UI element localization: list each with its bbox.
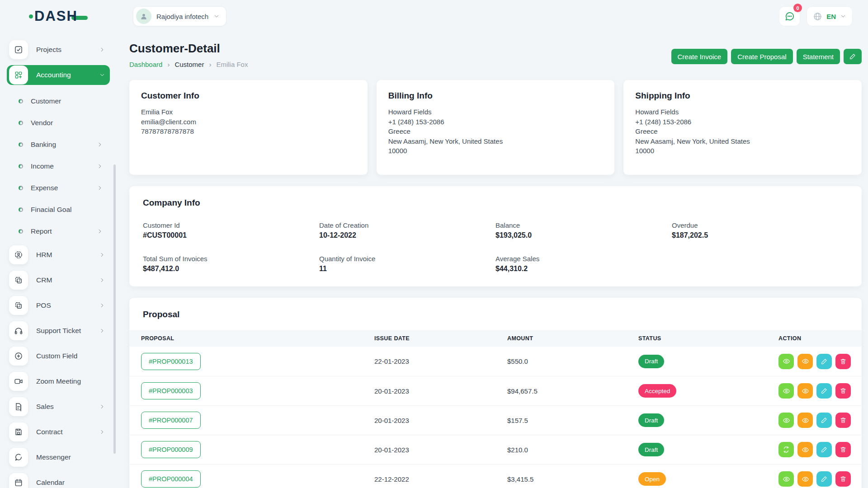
delete-button[interactable] <box>835 413 851 428</box>
view-button[interactable] <box>778 413 794 428</box>
sidebar-subitem-customer[interactable]: Customer <box>0 90 117 112</box>
trash-icon <box>840 475 847 483</box>
delete-button[interactable] <box>835 354 851 369</box>
amount-cell: $3,415.5 <box>507 475 638 483</box>
billing-info-line: Howard Fields <box>388 107 603 117</box>
delete-button[interactable] <box>835 383 851 399</box>
sidebar-subitem-vendor[interactable]: Vendor <box>0 112 117 134</box>
breadcrumb-separator: › <box>209 61 211 68</box>
company-info-card: Company Info Customer Id#CUST00001Date o… <box>129 186 862 286</box>
copy-icon <box>9 296 28 315</box>
sidebar-item-projects[interactable]: Projects <box>7 40 110 60</box>
sidebar-subitem-finacial-goal[interactable]: Finacial Goal <box>0 199 117 221</box>
edit-button[interactable] <box>816 354 832 369</box>
chevron-right-icon <box>99 302 105 309</box>
sidebar-subitem-label: Customer <box>31 97 61 105</box>
page-actions: Create InvoiceCreate ProposalStatement <box>671 49 862 64</box>
sidebar-item-hrm[interactable]: HRM <box>7 245 110 265</box>
sidebar-item-support-ticket[interactable]: Support Ticket <box>7 321 110 341</box>
notifications-button[interactable]: 0 <box>779 6 800 26</box>
trash-icon <box>840 387 847 394</box>
issue-date-cell: 20-01-2023 <box>374 417 507 424</box>
company-selector[interactable]: Rajodiya infotech <box>133 6 226 26</box>
language-label: EN <box>826 13 836 20</box>
floppy-icon <box>9 422 28 441</box>
proposal-table-body: #PROP00001322-01-2023$550.0Draft#PROP000… <box>129 347 862 488</box>
sidebar-item-accounting[interactable]: Accounting <box>7 65 110 85</box>
create-proposal-button[interactable]: Create Proposal <box>731 49 793 64</box>
status-badge: Draft <box>638 355 664 368</box>
eye-icon <box>802 387 809 395</box>
proposal-id-link[interactable]: #PROP000009 <box>141 441 201 458</box>
eye-icon <box>802 475 809 483</box>
sidebar-item-custom-field[interactable]: Custom Field <box>7 346 110 366</box>
language-selector[interactable]: EN <box>807 6 853 26</box>
edit-button[interactable] <box>816 442 832 457</box>
stat-total-sum-of-invoices: Total Sum of Invoices$487,412.0 <box>143 255 319 273</box>
column-header-amount: AMOUNT <box>507 335 638 342</box>
view-button[interactable] <box>797 383 813 399</box>
view-button[interactable] <box>797 442 813 457</box>
view-button[interactable] <box>797 413 813 428</box>
sidebar-item-zoom-meeting[interactable]: Zoom Meeting <box>7 371 110 391</box>
customer-info-line: Emilia Fox <box>141 107 356 117</box>
edit-button[interactable] <box>816 413 832 428</box>
chat-bubble-icon <box>9 448 28 467</box>
breadcrumb-separator: › <box>167 61 170 68</box>
shipping-info-line: 10000 <box>635 146 850 156</box>
sidebar-subitem-banking[interactable]: Banking <box>0 134 117 155</box>
stat-value: $487,412.0 <box>143 265 319 273</box>
chevron-right-icon <box>99 328 105 334</box>
convert-button[interactable] <box>778 442 794 457</box>
shipping-info-line: New Aasamj, New York, United States <box>635 136 850 146</box>
view-button[interactable] <box>778 354 794 369</box>
card-title: Customer Info <box>141 91 356 101</box>
proposal-id-link[interactable]: #PROP000004 <box>141 470 201 488</box>
edit-button[interactable] <box>816 471 832 487</box>
pencil-icon <box>821 387 828 394</box>
stat-label: Overdue <box>672 221 848 229</box>
refresh-icon <box>783 446 790 453</box>
proposal-table-header: PROPOSALISSUE DATEAMOUNTSTATUSACTION <box>129 330 862 347</box>
video-icon <box>9 372 28 391</box>
sidebar-subitem-report[interactable]: Report <box>0 221 117 242</box>
sidebar-item-label: Calendar <box>36 479 65 487</box>
chevron-right-icon <box>99 47 105 53</box>
proposal-id-link[interactable]: #PROP000003 <box>141 382 201 399</box>
pencil-icon <box>821 417 828 424</box>
delete-button[interactable] <box>835 442 851 457</box>
statement-button[interactable]: Statement <box>797 49 840 64</box>
eye-icon <box>802 357 809 365</box>
proposal-id-link[interactable]: #PROP000007 <box>141 412 201 429</box>
stat-label: Total Sum of Invoices <box>143 255 319 263</box>
sidebar-item-crm[interactable]: CRM <box>7 270 110 290</box>
view-button[interactable] <box>778 383 794 399</box>
eye-icon <box>783 475 790 483</box>
stat-customer-id: Customer Id#CUST00001 <box>143 221 319 239</box>
amount-cell: $550.0 <box>507 357 638 365</box>
sidebar-item-messenger[interactable]: Messenger <box>7 447 110 467</box>
billing-info-line: 10000 <box>388 146 603 156</box>
create-invoice-button[interactable]: Create Invoice <box>671 49 728 64</box>
status-badge: Draft <box>638 413 664 427</box>
sidebar-item-pos[interactable]: POS <box>7 296 110 315</box>
sidebar-subitem-expense[interactable]: Expense <box>0 177 117 199</box>
sidebar-subitem-income[interactable]: Income <box>0 155 117 177</box>
view-button[interactable] <box>797 354 813 369</box>
edit-button[interactable] <box>816 383 832 399</box>
delete-button[interactable] <box>835 471 851 487</box>
amount-cell: $157.5 <box>507 417 638 424</box>
bullet-icon <box>19 99 23 103</box>
proposal-id-link[interactable]: #PROP000013 <box>141 353 201 370</box>
view-button[interactable] <box>797 471 813 487</box>
sidebar-item-contract[interactable]: Contract <box>7 422 110 442</box>
sidebar-item-calendar[interactable]: Calendar <box>7 473 110 488</box>
view-button[interactable] <box>778 471 794 487</box>
proposal-card: Proposal PROPOSALISSUE DATEAMOUNTSTATUSA… <box>129 298 862 488</box>
sidebar-item-sales[interactable]: Sales <box>7 397 110 417</box>
bullet-icon <box>19 142 23 147</box>
sidebar-scrollbar[interactable] <box>113 164 116 454</box>
breadcrumb-item-dashboard[interactable]: Dashboard <box>129 61 162 68</box>
chevron-right-icon <box>97 228 103 235</box>
edit-customer-button[interactable] <box>844 49 862 64</box>
